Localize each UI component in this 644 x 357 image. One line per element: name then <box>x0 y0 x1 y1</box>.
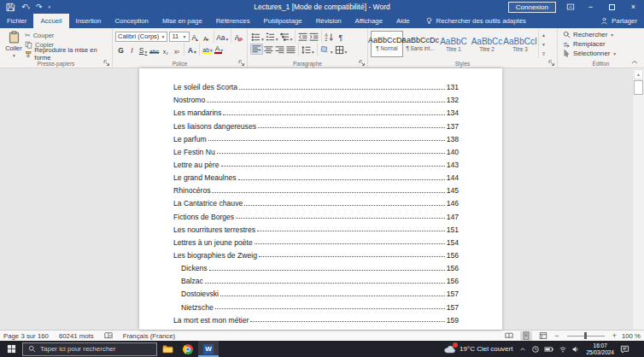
file-explorer-icon[interactable] <box>157 341 178 357</box>
select-button[interactable]: Sélectionner <box>563 49 641 58</box>
multilevel-list-button[interactable] <box>279 31 294 42</box>
align-center-button[interactable] <box>263 44 274 55</box>
ribbon-tab[interactable]: Accueil <box>33 14 68 28</box>
search-input[interactable] <box>40 345 141 353</box>
subscript-button[interactable]: x₂ <box>160 44 171 55</box>
ribbon-tab[interactable]: Conception <box>108 14 155 28</box>
tell-me-box[interactable]: Rechercher des outils adaptés <box>425 14 526 28</box>
word-count[interactable]: 60241 mots <box>59 332 94 340</box>
toc-entry[interactable]: Rhinocéros 145 <box>173 182 459 195</box>
language-indicator[interactable]: Français (France) <box>123 332 176 340</box>
read-mode-button[interactable] <box>503 331 515 341</box>
style-card[interactable]: AaBbC Titre 1 <box>437 31 470 57</box>
underline-button[interactable]: S <box>138 44 149 55</box>
line-spacing-button[interactable] <box>301 44 315 55</box>
print-layout-button[interactable] <box>520 331 532 341</box>
start-button[interactable] <box>0 341 22 357</box>
decrease-indent-button[interactable] <box>297 31 308 42</box>
toc-entry[interactable]: Nietzsche 157 <box>173 298 459 311</box>
ribbon-tab[interactable]: Références <box>209 14 257 28</box>
battery-icon[interactable] <box>544 345 554 354</box>
toc-entry[interactable]: Le Festin Nu 140 <box>173 143 459 156</box>
toc-entry[interactable]: Les nourritures terrestres 151 <box>173 221 459 234</box>
change-case-button[interactable]: Aa <box>216 31 230 42</box>
ribbon-tab[interactable]: Révision <box>309 14 348 28</box>
close-button[interactable]: × <box>623 0 644 14</box>
ribbon-tab[interactable]: Aide <box>389 14 417 28</box>
font-family-select[interactable]: Calibri (Corps)▼ <box>115 32 167 42</box>
zoom-level[interactable]: 100 % <box>622 332 641 340</box>
toc-entry[interactable]: Lettre au père 143 <box>173 156 459 169</box>
toc-entry[interactable]: Balzac 156 <box>173 272 459 285</box>
ribbon-tab[interactable]: Publipostage <box>257 14 309 28</box>
page-indicator[interactable]: Page 3 sur 160 <box>3 332 49 340</box>
sort-button[interactable]: AZ <box>324 31 335 42</box>
find-button[interactable]: Rechercher <box>563 30 641 39</box>
ribbon-tab[interactable]: Fichier <box>0 14 33 28</box>
collapse-ribbon-icon[interactable] <box>630 59 639 66</box>
undo-button[interactable]: ↶▾ <box>21 3 30 11</box>
toc-entry[interactable]: Le grand Meaulnes 144 <box>173 169 459 182</box>
style-card[interactable]: AaBbCcDc ¶ Normal <box>371 31 403 57</box>
font-color-button[interactable]: A <box>214 44 225 55</box>
increase-indent-button[interactable] <box>308 31 319 42</box>
styles-scroll-down-icon[interactable]: ▼ <box>539 39 548 49</box>
superscript-button[interactable]: x² <box>171 44 182 55</box>
zoom-out-icon[interactable]: − <box>554 331 559 340</box>
format-painter-button[interactable]: Reproduire la mise en forme <box>25 50 109 58</box>
toc-entry[interactable]: Les biographies de Zweig 156 <box>173 247 459 260</box>
ribbon-tab[interactable]: Insertion <box>69 14 108 28</box>
zoom-in-icon[interactable]: + <box>612 331 617 340</box>
minimize-button[interactable]: − <box>580 0 601 14</box>
ribbon-display-options-icon[interactable] <box>566 3 580 11</box>
taskbar-weather[interactable]: 19°C Ciel couvert <box>444 344 512 354</box>
word-icon[interactable]: W <box>198 341 219 357</box>
proofing-icon[interactable] <box>104 331 113 340</box>
tray-chevron-up-icon[interactable] <box>518 345 527 354</box>
sign-in-button[interactable]: Connexion <box>508 2 556 13</box>
bold-button[interactable]: G <box>115 44 126 55</box>
grow-font-button[interactable]: A▴ <box>190 31 201 42</box>
zoom-slider[interactable] <box>567 336 605 337</box>
justify-button[interactable] <box>285 44 296 55</box>
network-icon[interactable] <box>559 345 567 354</box>
speaker-icon[interactable] <box>571 345 580 354</box>
toc-entry[interactable]: La Cantatrice chauve 146 <box>173 195 459 208</box>
bullets-button[interactable] <box>250 31 265 42</box>
replace-button[interactable]: ab Remplacer <box>563 39 641 49</box>
shading-button[interactable] <box>319 44 334 55</box>
toc-entry[interactable]: Lettres à un jeune poète 154 <box>173 234 459 247</box>
text-highlight-button[interactable]: ab <box>202 44 214 55</box>
show-formatting-marks-button[interactable]: ¶ <box>335 31 346 42</box>
paragraph-dialog-launcher[interactable] <box>359 60 366 67</box>
borders-button[interactable] <box>334 44 348 55</box>
clipboard-dialog-launcher[interactable] <box>103 60 110 67</box>
document-page[interactable]: Le soleil des Scorta 131 Nostromo 132 Le… <box>139 68 502 330</box>
styles-dialog-launcher[interactable] <box>548 60 555 67</box>
tray-sync-icon[interactable] <box>531 345 540 354</box>
toc-entry[interactable]: La mort est mon métier 159 <box>173 312 459 325</box>
scroll-up-icon[interactable]: ▲ <box>634 69 643 79</box>
paste-button[interactable]: Coller <box>3 30 25 58</box>
toc-entry[interactable]: Dickens 156 <box>173 260 459 272</box>
vertical-scrollbar[interactable]: ▲ <box>632 68 644 330</box>
toc-entry[interactable]: Fictions de Borges 147 <box>173 208 459 220</box>
redo-button[interactable]: ↷ <box>36 3 43 11</box>
customize-qat-icon[interactable]: ▾ <box>49 4 51 9</box>
ribbon-tab[interactable]: Mise en page <box>155 14 209 28</box>
text-effects-button[interactable]: A <box>186 44 197 55</box>
font-size-select[interactable]: 11▼ <box>169 32 189 42</box>
toc-entry[interactable]: Les mandarins 134 <box>173 104 459 117</box>
maximize-button[interactable] <box>601 0 623 14</box>
taskbar-search[interactable] <box>22 342 157 356</box>
save-icon[interactable] <box>6 3 15 12</box>
style-card[interactable]: AaBbCcI Titre 3 <box>504 31 536 57</box>
numbering-button[interactable] <box>265 31 279 42</box>
align-left-button[interactable] <box>250 44 263 55</box>
action-center-icon[interactable] <box>620 344 629 354</box>
clear-formatting-button[interactable]: A <box>233 31 244 42</box>
toc-entry[interactable]: Dostoievski 157 <box>173 285 459 298</box>
toc-entry[interactable]: Le parfum 138 <box>173 131 459 143</box>
chrome-icon[interactable] <box>178 341 198 357</box>
cut-button[interactable]: ✂ Couper <box>25 31 109 39</box>
